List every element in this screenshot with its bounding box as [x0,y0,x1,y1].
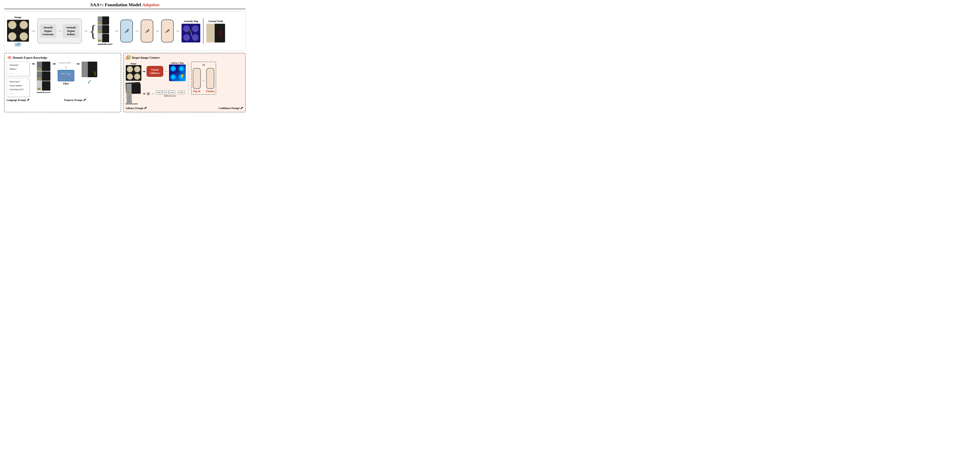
prop-score-2: 0.4 [37,78,41,80]
pc-label: 𝒫C [165,29,170,34]
top-row: Image 𝒫L → AnomalyRegionGenerator → Anom… [4,11,246,51]
ground-truth-block: Ground Truth [206,20,225,43]
doc-card-1: "Anomaly" "Defect" …… [7,62,30,76]
filter-formula: θ_area, θ_IoU … [59,62,73,64]
visual-saliency-box: VisualSaliency [146,66,163,77]
fusion-col [206,68,214,89]
right-inner: Image ⇒ VisualSaliency → Saliency Map [126,62,243,105]
saliency-map-block: Saliency Map [169,62,186,81]
separator [203,19,204,43]
generator-refiner-box: AnomalyRegionGenerator → AnomalyRegionRe… [37,19,82,43]
title-prefix: SAA+: Foundation Model [91,2,142,7]
target-image-label: Target Image Context [132,56,159,60]
page-title: SAA+: Foundation Model Adaption [4,2,246,9]
right-panel: 🖼️ Target Image Context Image [123,53,246,113]
masks-scores-label-2: masks&scores [37,91,50,94]
masks-label: masks&scores [98,43,113,46]
arrow-scores: → [151,92,155,95]
left-panel-title: 🧠 Domain Expert Knowledge [7,55,119,60]
confidence-section: ⇒ Top K → Fusion [191,62,216,95]
mask-row-3: 0.5 [98,34,109,42]
arrow-doc: ⇒ [32,62,35,66]
pp-label: 𝒫P [124,29,129,34]
input-image-block: Image 𝒫L [6,16,29,47]
left-inner: "Anomaly" "Defect" …… "black hole" "whit… [7,62,119,97]
prop-mask-2: 0.4 [37,71,50,81]
score-box-3: 0.63 [169,90,175,94]
arrow-otimes: ⇒ [143,92,145,96]
fusion-col-block: Fusion [206,68,215,93]
arrow-2: → [83,28,88,34]
ground-truth-image [206,24,225,43]
arrow-6: → [175,28,180,34]
doc1-ellipsis: …… [9,71,13,74]
bottom-row: 🧠 Domain Expert Knowledge "Anomaly" "Def… [4,53,246,113]
arr-box: AnomalyRegionRefiner [63,24,80,38]
topk-col-block: Top K [193,68,201,93]
confidence-prompt-label: Confidence Prompt 𝒫C [149,106,243,110]
arg-arr-arrow: → [58,29,61,33]
score-box-2: 0.52 [162,90,169,94]
arrow-4: → [135,28,139,34]
doc2-line2: "white bubble" [9,84,23,87]
conf-arrow: ⇒ [202,63,205,67]
score-chain-block: 0.45 0.52 0.63 … 0.65 Refined scores [156,90,185,97]
right-candle-img [126,65,142,81]
saliency-prompt-label: Saliency Prompt 𝒫S [126,106,147,110]
otimes-symbol: ⊗ [146,91,150,96]
ps-box: 𝒫S [141,19,153,43]
lang-prompt-label: Language Prompt 𝒫L [7,98,30,102]
filter-arrow-down: ↓ [65,65,67,69]
prop-mask-1: 0.3 [37,62,50,71]
masks-scores-block: 0.3 0.4 0.5 masks&scores [98,16,113,46]
doc1-line2: "Defect" [9,68,17,70]
result-block: ✓ [82,62,97,85]
anomaly-map-label: Anomaly Map [184,20,198,23]
score-chain: 0.45 0.52 0.63 … 0.65 [156,90,185,94]
prop-prompt-label: Property Prompt 𝒫P [32,98,119,102]
filter-label: Filter [63,82,69,85]
left-panel: 🧠 Domain Expert Knowledge "Anomaly" "Def… [4,53,121,113]
arrow-fusion: → [202,79,205,82]
score-1: 0.3 [98,22,102,24]
saliency-map-image [169,65,186,81]
prop-mask-row-1: 0.3 [37,62,50,71]
prop-masks-block: 0.3 0.4 [37,62,50,94]
filter-block: θ_area, θ_IoU … ↓ Area < θarea IoU > θIo… [58,62,74,85]
right-image-label: Image [130,62,137,65]
doc2-line3: "overlong wick" [9,88,24,90]
mask-thumb-2: 0.4 [98,25,109,33]
right-image: Image [126,62,142,81]
right-image-row: Image ⇒ VisualSaliency → Saliency Map [126,62,186,81]
pl-sup: L [18,43,19,45]
arrow-3: → [114,28,119,34]
score-box-1: 0.45 [156,90,162,94]
right-bottom-labels: Saliency Prompt 𝒫S Confidence Prompt 𝒫C [126,106,243,110]
prop-score-1: 0.3 [37,68,41,71]
arg-box: AnomalyRegionGenerator [40,24,56,38]
prop-mask-3: 0.5 [37,81,50,90]
doc2-ellipsis: …… [9,92,13,95]
fusion-label: Fusion [206,90,215,93]
score-ellipsis: … [176,91,178,94]
arrow-saliency: ⇒ [143,70,145,73]
arrow-1: → [31,28,36,34]
prop-mask-row-2: 0.4 [37,71,50,81]
doc1-line1: "Anomaly" [9,64,19,66]
result-mask [82,62,97,77]
right-masks-block: 0.5 masks&scores [126,82,142,105]
brain-icon: 🧠 [7,55,11,60]
prop-mask-row-3: 0.5 [37,81,50,90]
mask-thumb-3: 0.5 [98,34,109,42]
section-divider [188,62,189,95]
open-brace: { [89,23,97,39]
ps-label: 𝒫S [145,29,149,34]
mask-row-2: 0.4 [98,25,109,33]
anomaly-map-image [181,24,200,43]
score-3: 0.5 [98,39,102,42]
ground-truth-label: Ground Truth [208,20,223,23]
input-image [7,20,29,41]
domain-expert-label: Domain Expert Knowledge [13,56,48,60]
pl-label: 𝒫L [16,43,19,46]
score-box-4: 0.65 [178,90,185,94]
